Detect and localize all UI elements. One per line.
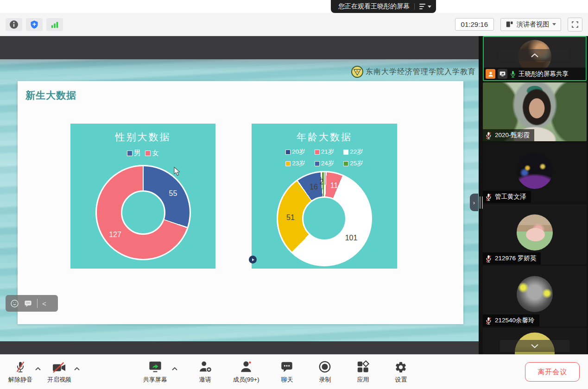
- chat-button[interactable]: 聊天: [277, 360, 297, 384]
- participant-name-chip: 管工黄文泽: [483, 191, 531, 203]
- gender-chart-legend: 男 女: [70, 149, 215, 157]
- speaker-view-icon: [506, 20, 513, 28]
- record-button[interactable]: 录制: [315, 360, 335, 384]
- banner-divider: [414, 3, 415, 10]
- participant-name: 212540余馨玲: [495, 316, 535, 325]
- participant-tile-screen-share[interactable]: 王晓彤的屏幕共享: [483, 36, 587, 81]
- data-label-24: 16: [310, 183, 318, 191]
- network-quality-button[interactable]: [46, 18, 63, 31]
- participant-tile[interactable]: 212540余馨玲: [483, 266, 587, 326]
- settings-label: 设置: [395, 376, 407, 384]
- participants-sidebar: 王晓彤的屏幕共享 2020-甄彩霞: [479, 36, 588, 354]
- data-label-female: 127: [109, 231, 121, 239]
- unmute-button[interactable]: 解除静音: [8, 360, 32, 384]
- participant-name-chip: 2020-甄彩霞: [483, 129, 534, 141]
- apps-button[interactable]: 应用: [353, 360, 373, 384]
- legend-label-female: 女: [152, 149, 159, 157]
- scroll-up-control[interactable]: [500, 49, 569, 61]
- participant-tile[interactable]: 212976 罗娇英: [483, 204, 587, 264]
- participant-tile-video[interactable]: 2020-甄彩霞: [483, 82, 587, 141]
- members-icon: [239, 360, 253, 374]
- view-mode-selector[interactable]: 演讲者视图: [500, 18, 561, 31]
- network-signal-icon: [50, 20, 60, 29]
- share-options-chevron[interactable]: [172, 367, 177, 370]
- mic-options-chevron[interactable]: [35, 367, 41, 370]
- university-logo-icon: [351, 66, 363, 78]
- legend-swatch-22: [343, 150, 348, 155]
- chat-icon: [280, 360, 294, 374]
- slide-logo-row: 东南大学经济管理学院入学教育: [351, 66, 476, 78]
- info-icon: [9, 20, 19, 29]
- legend-swatch-female: [145, 151, 151, 156]
- invite-label: 邀请: [199, 376, 211, 384]
- settings-button[interactable]: 设置: [391, 360, 411, 384]
- age-chart-card: 年龄大数据 20岁 21岁 22岁 23岁 24岁 25岁 16 2: [252, 124, 397, 269]
- screen-share-icon: [499, 70, 506, 77]
- watching-banner: 您正在观看王晓彤的屏幕: [331, 0, 436, 13]
- invite-person-plus-icon: [198, 360, 212, 374]
- gender-donut-chart: 55 127: [95, 165, 191, 260]
- avatar: [517, 153, 553, 189]
- meeting-timer: 01:29:16: [455, 18, 494, 31]
- chevron-up-icon: [531, 53, 538, 57]
- members-button[interactable]: 成员(99+): [233, 360, 259, 384]
- legend-swatch-24: [315, 161, 320, 166]
- settings-gear-icon: [394, 361, 407, 374]
- collapse-left-chevron[interactable]: <: [42, 300, 46, 307]
- chevron-up-icon: [172, 367, 177, 370]
- slide-background: 东南大学经济管理学院入学教育 新生大数据 性别大数据 男 女 55: [0, 59, 479, 341]
- top-strip: 您正在观看王晓彤的屏幕: [0, 0, 588, 13]
- legend-swatch-20: [285, 150, 291, 155]
- members-label: 成员(99+): [233, 376, 259, 384]
- legend-swatch-21: [315, 150, 320, 155]
- legend-label-23: 23岁: [292, 159, 305, 168]
- participant-tile-partial[interactable]: [483, 328, 587, 354]
- reaction-bar: <: [6, 295, 58, 312]
- avatar: [517, 276, 553, 312]
- legend-swatch-23: [285, 161, 291, 166]
- chevron-up-icon: [74, 367, 80, 370]
- data-label-23: 51: [286, 213, 295, 222]
- legend-label-25: 25岁: [350, 159, 363, 168]
- data-label-25: 2: [320, 178, 324, 186]
- screen-share-badge: [498, 69, 507, 79]
- invite-button[interactable]: 邀请: [195, 360, 215, 384]
- fullscreen-button[interactable]: [568, 18, 582, 31]
- chat-bubble-icon[interactable]: [24, 299, 32, 308]
- chevron-down-icon: [552, 23, 556, 25]
- legend-label-24: 24岁: [321, 159, 335, 168]
- participant-tile[interactable]: 管工黄文泽: [483, 143, 587, 203]
- camera-off-icon: [52, 362, 67, 374]
- chevron-down-icon: [531, 344, 538, 348]
- banner-menu-icon[interactable]: [419, 4, 431, 9]
- unmute-label: 解除静音: [8, 376, 32, 384]
- apps-label: 应用: [357, 376, 369, 384]
- smiley-icon[interactable]: [10, 299, 19, 308]
- leave-meeting-button[interactable]: 离开会议: [525, 362, 580, 382]
- legend-label-male: 男: [134, 149, 141, 157]
- video-options-chevron[interactable]: [74, 367, 80, 370]
- participant-name-chip: 212976 罗娇英: [483, 252, 541, 264]
- mic-muted-icon: [485, 255, 492, 263]
- media-bubble[interactable]: [249, 256, 257, 264]
- sidebar-drag-handle[interactable]: [480, 196, 483, 209]
- security-button[interactable]: [26, 18, 43, 31]
- legend-label-22: 22岁: [350, 148, 363, 156]
- avatar: [517, 214, 553, 251]
- share-screen-button[interactable]: 共享屏幕: [143, 360, 167, 384]
- data-label-22: 101: [345, 234, 358, 242]
- person-icon: [487, 71, 494, 77]
- sidebar-collapse-tab[interactable]: ›: [470, 194, 478, 211]
- data-label-male: 55: [169, 189, 177, 198]
- age-donut-chart: 16 2 11 101 51: [277, 171, 372, 266]
- data-label-21: 11: [330, 182, 338, 190]
- participant-name: 管工黄文泽: [495, 193, 526, 201]
- slide-title: 新生大数据: [25, 89, 76, 102]
- apps-grid-icon: [356, 360, 370, 374]
- meeting-info-button[interactable]: [6, 18, 22, 31]
- start-video-button[interactable]: 开启视频: [47, 360, 71, 384]
- view-mode-label: 演讲者视图: [517, 20, 549, 29]
- scroll-down-control[interactable]: [500, 340, 569, 352]
- start-video-label: 开启视频: [47, 376, 71, 384]
- main-area: 东南大学经济管理学院入学教育 新生大数据 性别大数据 男 女 55: [0, 36, 588, 354]
